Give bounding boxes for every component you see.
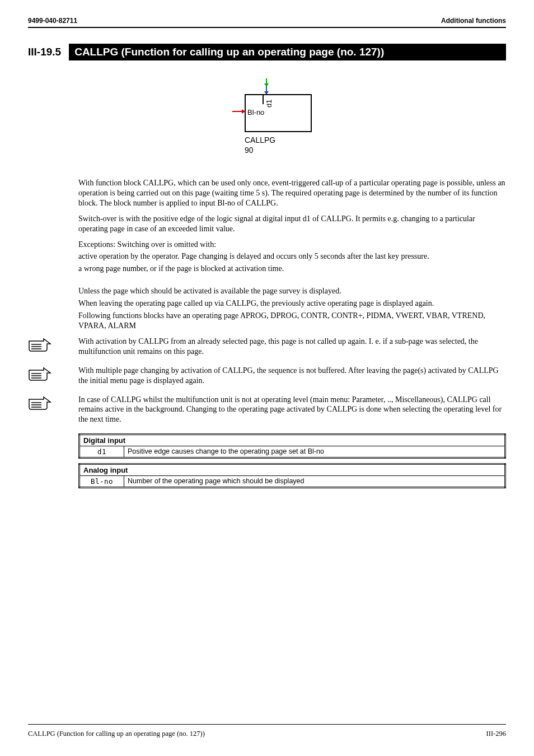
- table-row: d1 Positive edge causes change to the op…: [79, 446, 505, 458]
- arrow-d1-green: [266, 78, 267, 86]
- page-footer: CALLPG (Function for calling up an opera…: [28, 730, 506, 738]
- paragraph: With function block CALLPG, which can be…: [78, 178, 506, 208]
- table-cell-key: Bl-no: [79, 476, 124, 488]
- doc-section: Additional functions: [441, 17, 506, 25]
- callpg-label: CALLPG: [245, 136, 275, 144]
- body-content: With function block CALLPG, which can be…: [78, 178, 506, 331]
- table-cell-desc: Number of the operating page which shoul…: [124, 476, 505, 488]
- paragraph: a wrong page number, or if the page is b…: [78, 264, 506, 274]
- section-title: CALLPG (Function for calling up an opera…: [69, 44, 506, 60]
- arrow-bino: [232, 111, 245, 112]
- paragraph: Following functions blocks have an opera…: [78, 311, 506, 331]
- page-header: 9499-040-82711 Additional functions: [28, 17, 506, 25]
- paragraph: Switch-over is with the positive edge of…: [78, 214, 506, 234]
- d1-tick: [263, 94, 264, 104]
- section-number: III-19.5: [28, 44, 69, 60]
- table-cell-key: d1: [79, 446, 124, 458]
- paragraph: active operation by the operator. Page c…: [78, 251, 506, 262]
- paragraph: Unless the page which should be activate…: [78, 286, 506, 296]
- pointing-hand-icon: [28, 396, 53, 410]
- paragraph: When leaving the operating page called u…: [78, 298, 506, 309]
- pointing-hand-icon: [28, 338, 53, 352]
- bino-label: Bl-no: [247, 108, 264, 116]
- digital-input-table: Digital input d1 Positive edge causes ch…: [78, 433, 506, 459]
- table-row: Bl-no Number of the operating page which…: [79, 476, 505, 488]
- note-text: With activation by CALLPG from an alread…: [78, 337, 506, 357]
- tables: Digital input d1 Positive edge causes ch…: [78, 433, 506, 488]
- note-row: In case of CALLPG whilst the multifuncti…: [28, 395, 506, 425]
- table-cell-desc: Positive edge causes change to the opera…: [124, 446, 505, 458]
- footer-right: III-296: [486, 730, 506, 738]
- arrow-d1-blue: [266, 86, 267, 94]
- table-header: Analog input: [79, 464, 505, 476]
- note-row: With multiple page changing by activatio…: [28, 366, 506, 386]
- table-header: Digital input: [79, 435, 505, 446]
- note-text: With multiple page changing by activatio…: [78, 366, 506, 386]
- ninety-label: 90: [245, 146, 254, 155]
- footer-left: CALLPG (Function for calling up an opera…: [28, 730, 205, 738]
- header-rule: [28, 27, 506, 28]
- analog-input-table: Analog input Bl-no Number of the operati…: [78, 463, 506, 488]
- footer-rule: [28, 724, 506, 725]
- doc-id: 9499-040-82711: [28, 17, 77, 25]
- note-row: With activation by CALLPG from an alread…: [28, 337, 506, 357]
- note-text: In case of CALLPG whilst the multifuncti…: [78, 395, 506, 425]
- pointing-hand-icon: [28, 367, 53, 381]
- paragraph: Exceptions: Switching over is omitted wi…: [78, 240, 506, 250]
- section-heading: III-19.5 CALLPG (Function for calling up…: [28, 44, 506, 60]
- block-diagram: d1 Bl-no CALLPG 90: [28, 72, 506, 161]
- d1-label: d1: [265, 100, 273, 108]
